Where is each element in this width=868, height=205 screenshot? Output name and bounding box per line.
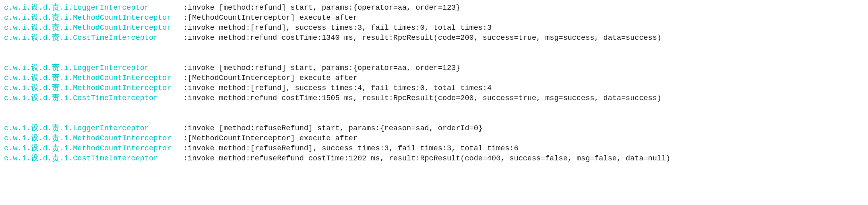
log-line: c.w.i.设.d.责.i.MethodCountInterceptor: in… xyxy=(4,144,864,154)
separator: : xyxy=(183,94,188,104)
blank-line xyxy=(4,53,864,64)
log-message: invoke [method:refuseRefund] start, para… xyxy=(188,124,483,134)
logger-name: c.w.i.设.d.责.i.MethodCountInterceptor xyxy=(4,144,183,154)
log-line: c.w.i.设.d.责.i.CostTimeInterceptor: invok… xyxy=(4,154,864,164)
log-line: c.w.i.设.d.责.i.MethodCountInterceptor: [M… xyxy=(4,134,864,144)
logger-name: c.w.i.设.d.责.i.MethodCountInterceptor xyxy=(4,74,183,84)
separator: : xyxy=(183,33,188,43)
separator: : xyxy=(183,13,188,23)
blank-line xyxy=(4,43,864,53)
log-message: invoke [method:refund] start, params:{op… xyxy=(188,3,460,13)
logger-name: c.w.i.设.d.责.i.CostTimeInterceptor xyxy=(4,154,183,164)
log-message: [MethodCountInterceptor] execute after xyxy=(188,74,358,84)
logger-name: c.w.i.设.d.责.i.LoggerInterceptor xyxy=(4,124,183,134)
logger-name: c.w.i.设.d.责.i.MethodCountInterceptor xyxy=(4,84,183,94)
log-message: invoke method:refund costTime:1505 ms, r… xyxy=(188,94,661,104)
separator: : xyxy=(183,144,188,154)
blank-line xyxy=(4,114,864,124)
logger-name: c.w.i.设.d.责.i.LoggerInterceptor xyxy=(4,64,183,74)
log-message: [MethodCountInterceptor] execute after xyxy=(188,13,358,23)
separator: : xyxy=(183,84,188,94)
separator: : xyxy=(183,74,188,84)
logger-name: c.w.i.设.d.责.i.CostTimeInterceptor xyxy=(4,94,183,104)
logger-name: c.w.i.设.d.责.i.MethodCountInterceptor xyxy=(4,134,183,144)
log-line: c.w.i.设.d.责.i.LoggerInterceptor: invoke … xyxy=(4,64,864,74)
log-message: invoke method:[refund], success times:3,… xyxy=(188,23,492,33)
log-message: invoke method:[refuseRefund], success ti… xyxy=(188,144,519,154)
log-line: c.w.i.设.d.责.i.MethodCountInterceptor: [M… xyxy=(4,74,864,84)
logger-name: c.w.i.设.d.责.i.MethodCountInterceptor xyxy=(4,13,183,23)
logger-name: c.w.i.设.d.责.i.CostTimeInterceptor xyxy=(4,33,183,43)
log-message: invoke method:refund costTime:1340 ms, r… xyxy=(188,33,661,43)
log-line: c.w.i.设.d.责.i.MethodCountInterceptor: in… xyxy=(4,23,864,33)
logger-name: c.w.i.设.d.责.i.MethodCountInterceptor xyxy=(4,23,183,33)
log-line: c.w.i.设.d.责.i.MethodCountInterceptor: in… xyxy=(4,84,864,94)
log-line: c.w.i.设.d.责.i.LoggerInterceptor: invoke … xyxy=(4,124,864,134)
separator: : xyxy=(183,23,188,33)
log-message: invoke method:[refund], success times:4,… xyxy=(188,84,492,94)
log-message: invoke [method:refund] start, params:{op… xyxy=(188,64,460,74)
log-line: c.w.i.设.d.责.i.CostTimeInterceptor: invok… xyxy=(4,94,864,104)
log-message: invoke method:refuseRefund costTime:1202… xyxy=(188,154,670,164)
log-line: c.w.i.设.d.责.i.CostTimeInterceptor: invok… xyxy=(4,33,864,43)
separator: : xyxy=(183,64,188,74)
log-line: c.w.i.设.d.责.i.MethodCountInterceptor: [M… xyxy=(4,13,864,23)
logger-name: c.w.i.设.d.责.i.LoggerInterceptor xyxy=(4,3,183,13)
log-message: [MethodCountInterceptor] execute after xyxy=(188,134,358,144)
separator: : xyxy=(183,3,188,13)
blank-line xyxy=(4,104,864,114)
separator: : xyxy=(183,124,188,134)
separator: : xyxy=(183,134,188,144)
log-line: c.w.i.设.d.责.i.LoggerInterceptor: invoke … xyxy=(4,3,864,13)
separator: : xyxy=(183,154,188,164)
log-output: c.w.i.设.d.责.i.LoggerInterceptor: invoke … xyxy=(4,3,864,164)
